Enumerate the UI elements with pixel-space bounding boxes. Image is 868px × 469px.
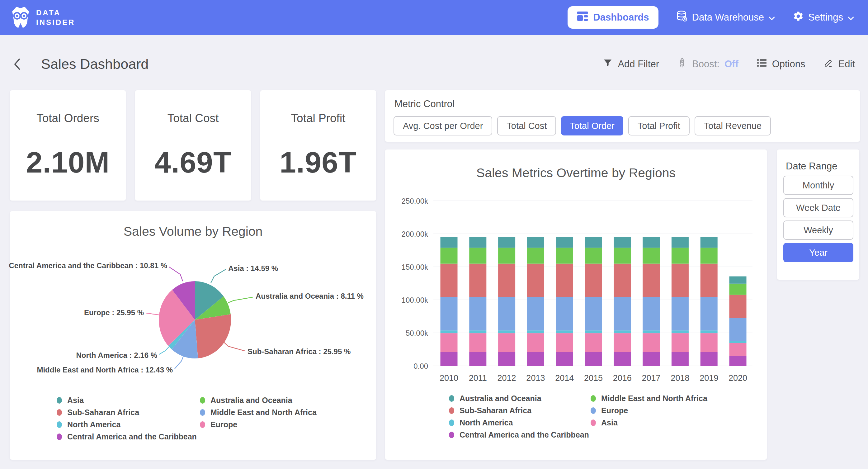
metric-option-avg-cost-per-order[interactable]: Avg. Cost per Order [394, 116, 492, 136]
bar-segment-sub-saharan-africa-2014[interactable] [556, 264, 573, 297]
bar-segment-europe-2016[interactable] [614, 297, 631, 330]
bar-segment-north-america-2020[interactable] [730, 341, 747, 343]
bar-segment-australia-and-oceania-2013[interactable] [527, 237, 544, 248]
bar-segment-australia-and-oceania-2020[interactable] [730, 276, 747, 284]
bar-legend-item-sub-saharan-africa[interactable]: Sub-Saharan Africa [449, 405, 591, 417]
boost-toggle[interactable]: Boost: Off [677, 57, 739, 71]
bar-legend-item-asia[interactable]: Asia [591, 417, 732, 429]
nav-settings[interactable]: Settings [793, 10, 854, 24]
bar-segment-middle-east-and-north-africa-2013[interactable] [527, 247, 544, 263]
add-filter-button[interactable]: Add Filter [603, 58, 659, 70]
bar-segment-sub-saharan-africa-2019[interactable] [701, 264, 718, 297]
bar-legend-item-australia-and-oceania[interactable]: Australia and Oceania [449, 392, 591, 405]
date-range-option-week-date[interactable]: Week Date [783, 198, 854, 217]
date-range-option-weekly[interactable]: Weekly [783, 221, 854, 240]
pie-legend-item-middle-east-and-north-africa[interactable]: Middle East and North Africa [200, 406, 343, 418]
bar-segment-north-america-2010[interactable] [440, 330, 458, 333]
bar-legend-item-central-america-and-the-caribbean[interactable]: Central America and the Caribbean [449, 429, 591, 441]
bar-segment-europe-2014[interactable] [556, 297, 573, 330]
bar-legend-item-north-america[interactable]: North America [449, 417, 591, 429]
bar-segment-australia-and-oceania-2018[interactable] [672, 237, 689, 248]
metric-option-total-order[interactable]: Total Order [561, 116, 623, 136]
bar-segment-middle-east-and-north-africa-2018[interactable] [672, 247, 689, 263]
bar-segment-europe-2020[interactable] [730, 318, 747, 341]
bar-legend-item-europe[interactable]: Europe [591, 405, 732, 417]
bar-segment-asia-2011[interactable] [469, 333, 486, 352]
bar-segment-australia-and-oceania-2012[interactable] [498, 237, 515, 248]
bar-segment-europe-2012[interactable] [498, 297, 515, 330]
bar-segment-north-america-2018[interactable] [672, 330, 689, 333]
pie-legend-item-australia-and-oceania[interactable]: Australia and Oceania [200, 394, 343, 406]
bar-segment-central-america-and-the-caribbean-2010[interactable] [440, 352, 458, 366]
bar-segment-asia-2019[interactable] [701, 333, 718, 352]
options-button[interactable]: Options [756, 58, 805, 70]
bar-segment-central-america-and-the-caribbean-2019[interactable] [701, 352, 718, 366]
bar-segment-north-america-2017[interactable] [643, 330, 660, 333]
bar-segment-australia-and-oceania-2016[interactable] [614, 237, 631, 248]
nav-dashboards[interactable]: Dashboards [567, 6, 658, 29]
bar-segment-central-america-and-the-caribbean-2016[interactable] [614, 352, 631, 366]
pie-legend-item-central-america-and-the-caribbean[interactable]: Central America and the Caribbean [57, 431, 200, 443]
bar-segment-sub-saharan-africa-2020[interactable] [730, 295, 747, 318]
bar-segment-middle-east-and-north-africa-2019[interactable] [701, 247, 718, 263]
bar-segment-asia-2017[interactable] [643, 333, 660, 352]
bar-segment-middle-east-and-north-africa-2017[interactable] [643, 247, 660, 263]
bar-segment-middle-east-and-north-africa-2011[interactable] [469, 247, 486, 263]
bar-segment-central-america-and-the-caribbean-2017[interactable] [643, 352, 660, 366]
bar-segment-sub-saharan-africa-2011[interactable] [469, 264, 486, 297]
bar-segment-central-america-and-the-caribbean-2011[interactable] [469, 352, 486, 366]
bar-segment-australia-and-oceania-2011[interactable] [469, 237, 486, 248]
bar-segment-middle-east-and-north-africa-2016[interactable] [614, 247, 631, 263]
date-range-option-monthly[interactable]: Monthly [783, 176, 854, 195]
back-button[interactable] [12, 57, 23, 71]
bar-segment-europe-2017[interactable] [643, 297, 660, 330]
pie-legend-item-north-america[interactable]: North America [57, 418, 200, 431]
bar-segment-asia-2013[interactable] [527, 333, 544, 352]
pie-legend-item-sub-saharan-africa[interactable]: Sub-Saharan Africa [57, 406, 200, 418]
bar-segment-sub-saharan-africa-2010[interactable] [440, 264, 458, 297]
bar-segment-north-america-2016[interactable] [614, 330, 631, 333]
bar-segment-australia-and-oceania-2014[interactable] [556, 237, 573, 248]
bar-segment-sub-saharan-africa-2017[interactable] [643, 264, 660, 297]
bar-segment-sub-saharan-africa-2012[interactable] [498, 264, 515, 297]
bar-segment-sub-saharan-africa-2016[interactable] [614, 264, 631, 297]
bar-segment-sub-saharan-africa-2013[interactable] [527, 264, 544, 297]
date-range-option-year[interactable]: Year [783, 243, 854, 262]
bar-segment-sub-saharan-africa-2015[interactable] [585, 264, 602, 297]
metric-option-total-profit[interactable]: Total Profit [628, 116, 690, 136]
bar-segment-middle-east-and-north-africa-2015[interactable] [585, 247, 602, 263]
bar-segment-central-america-and-the-caribbean-2014[interactable] [556, 352, 573, 366]
nav-data-warehouse[interactable]: Data Warehouse [676, 10, 775, 25]
bar-segment-north-america-2011[interactable] [469, 330, 486, 333]
bar-segment-australia-and-oceania-2015[interactable] [585, 237, 602, 248]
bar-segment-australia-and-oceania-2019[interactable] [701, 237, 718, 248]
bar-segment-europe-2013[interactable] [527, 297, 544, 330]
bar-segment-europe-2011[interactable] [469, 297, 486, 330]
bar-segment-middle-east-and-north-africa-2010[interactable] [440, 247, 458, 263]
bar-segment-north-america-2012[interactable] [498, 330, 515, 333]
pie-legend-item-asia[interactable]: Asia [57, 394, 200, 406]
bar-segment-north-america-2015[interactable] [585, 330, 602, 333]
bar-segment-central-america-and-the-caribbean-2015[interactable] [585, 352, 602, 366]
metric-option-total-cost[interactable]: Total Cost [497, 116, 556, 136]
bar-segment-middle-east-and-north-africa-2014[interactable] [556, 247, 573, 263]
bar-segment-north-america-2014[interactable] [556, 330, 573, 333]
pie-legend-item-europe[interactable]: Europe [200, 418, 343, 431]
bar-segment-australia-and-oceania-2010[interactable] [440, 237, 458, 248]
bar-segment-north-america-2013[interactable] [527, 330, 544, 333]
bar-segment-australia-and-oceania-2017[interactable] [643, 237, 660, 248]
bar-segment-asia-2020[interactable] [730, 343, 747, 356]
bar-segment-asia-2010[interactable] [440, 333, 458, 352]
bar-segment-north-america-2019[interactable] [701, 330, 718, 333]
bar-segment-europe-2010[interactable] [440, 297, 458, 330]
bar-segment-central-america-and-the-caribbean-2013[interactable] [527, 352, 544, 366]
metric-option-total-revenue[interactable]: Total Revenue [694, 116, 771, 136]
bar-segment-asia-2012[interactable] [498, 333, 515, 352]
bar-segment-asia-2014[interactable] [556, 333, 573, 352]
bar-segment-europe-2018[interactable] [672, 297, 689, 330]
bar-segment-europe-2015[interactable] [585, 297, 602, 330]
bar-segment-europe-2019[interactable] [701, 297, 718, 330]
bar-segment-middle-east-and-north-africa-2012[interactable] [498, 247, 515, 263]
bar-segment-asia-2015[interactable] [585, 333, 602, 352]
pie-slice-sub-saharan-africa[interactable] [195, 314, 231, 358]
